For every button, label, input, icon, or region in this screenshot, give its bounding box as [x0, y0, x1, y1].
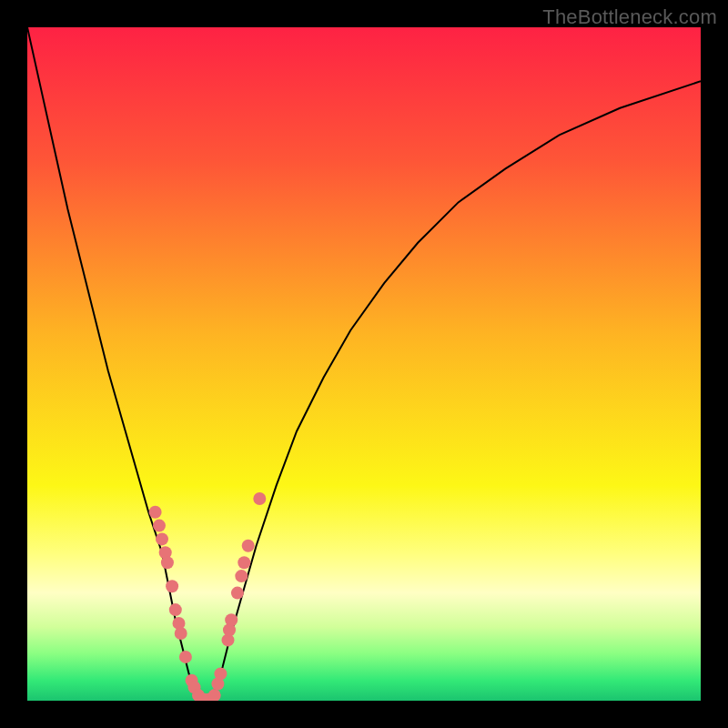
data-point	[242, 540, 255, 552]
data-point	[225, 613, 238, 626]
data-point	[156, 532, 168, 545]
curves-layer	[27, 27, 701, 701]
data-point	[149, 506, 162, 519]
data-point	[166, 580, 178, 592]
data-point	[253, 492, 266, 505]
data-point	[214, 667, 227, 680]
data-point	[161, 556, 174, 569]
curve-right-curve	[209, 81, 701, 701]
chart-frame: TheBottleneck.com	[0, 0, 728, 728]
data-point	[235, 570, 248, 582]
data-point	[175, 627, 187, 640]
data-point	[208, 689, 221, 701]
plot-area	[27, 27, 701, 701]
curve-left-curve	[27, 27, 202, 701]
data-point	[179, 651, 192, 663]
data-point	[153, 520, 166, 532]
watermark-text: TheBottleneck.com	[542, 5, 717, 29]
data-point	[169, 603, 182, 616]
data-point	[231, 587, 244, 600]
data-point	[238, 556, 250, 569]
